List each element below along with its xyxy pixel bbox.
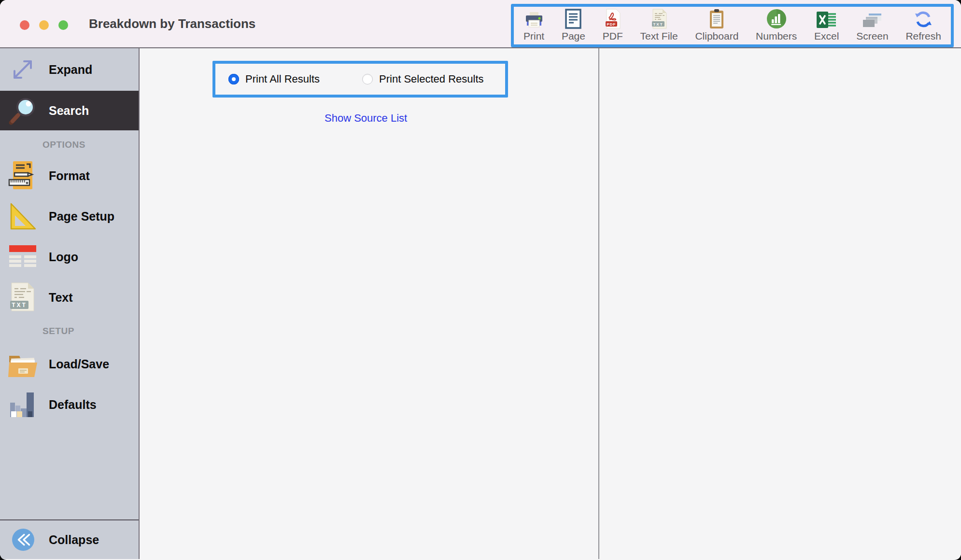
- toolbar-item-label: PDF: [603, 30, 623, 42]
- set-square-icon: [6, 202, 39, 231]
- page-button[interactable]: Page: [562, 7, 585, 44]
- sidebar-item-label: Logo: [49, 250, 78, 264]
- excel-button[interactable]: Excel: [814, 7, 839, 44]
- clipboard-icon: [708, 7, 725, 29]
- format-document-icon: [6, 160, 39, 191]
- minimize-window-button[interactable]: [39, 20, 49, 30]
- zoom-window-button[interactable]: [58, 20, 68, 30]
- toolbar-item-label: Refresh: [905, 30, 941, 42]
- refresh-button[interactable]: Refresh: [905, 7, 941, 44]
- clipboard-button[interactable]: Clipboard: [695, 7, 738, 44]
- page-icon: [565, 7, 582, 29]
- factory-icon: [6, 390, 39, 419]
- sidebar-item-label: Expand: [49, 63, 92, 77]
- sidebar-collapse-bar[interactable]: Collapse: [0, 519, 139, 559]
- txt-badge-text: TXT: [653, 22, 663, 27]
- sidebar-item-text[interactable]: TXT Text: [0, 277, 139, 318]
- radio-unselected-icon[interactable]: [362, 74, 373, 84]
- magnifier-icon: [6, 95, 39, 126]
- sidebar-item-label: Defaults: [49, 398, 97, 412]
- sidebar-item-label: Load/Save: [49, 357, 109, 371]
- sidebar-item-defaults[interactable]: Defaults: [0, 384, 139, 425]
- txt-document-icon: TXT: [6, 282, 39, 313]
- main-content: Print All Results Print Selected Results…: [140, 48, 961, 559]
- screen-windows-icon: [862, 7, 882, 29]
- sidebar-item-logo[interactable]: Logo: [0, 237, 139, 277]
- toolbar-item-label: Screen: [856, 30, 889, 42]
- sidebar-item-label: Format: [49, 169, 90, 183]
- excel-icon: [817, 7, 837, 29]
- sidebar-section-options: OPTIONS: [0, 138, 139, 152]
- pdf-badge-text: PDF: [607, 22, 616, 27]
- radio-print-all-results[interactable]: Print All Results: [228, 73, 320, 85]
- sidebar-item-label: Text: [49, 291, 73, 305]
- traffic-lights: [20, 20, 68, 30]
- sidebar-item-load-save[interactable]: Load/Save: [0, 344, 139, 384]
- collapse-label: Collapse: [49, 533, 99, 547]
- print-scope-radio-group: Print All Results Print Selected Results: [212, 61, 508, 98]
- numbers-button[interactable]: Numbers: [756, 7, 797, 44]
- letterhead-icon: [6, 244, 39, 270]
- window-title: Breakdown by Transactions: [89, 0, 255, 47]
- pdf-file-icon: PDF: [604, 7, 622, 29]
- open-folder-icon: [6, 350, 39, 378]
- sidebar-item-expand[interactable]: Expand: [0, 48, 139, 91]
- txt-file-icon: TXT: [650, 7, 668, 29]
- text-file-button[interactable]: TXT Text File: [640, 7, 678, 44]
- sidebar-item-page-setup[interactable]: Page Setup: [0, 196, 139, 237]
- numbers-chart-icon: [766, 7, 787, 29]
- sidebar: Expand Search OPTIONS: [0, 48, 140, 559]
- toolbar-item-label: Numbers: [756, 30, 797, 42]
- sidebar-item-label: Page Setup: [49, 210, 114, 224]
- sidebar-item-search[interactable]: Search: [0, 91, 139, 130]
- sidebar-section-setup: SETUP: [0, 324, 139, 338]
- toolbar-item-label: Text File: [640, 30, 678, 42]
- sidebar-item-label: Search: [49, 104, 89, 118]
- radio-label: Print Selected Results: [379, 73, 483, 85]
- radio-label: Print All Results: [245, 73, 320, 85]
- screen-button[interactable]: Screen: [856, 7, 889, 44]
- app-window: Breakdown by Transactions Pri: [0, 0, 961, 560]
- app-body: Expand Search OPTIONS: [0, 48, 961, 559]
- pane-divider: [598, 48, 599, 559]
- radio-selected-icon[interactable]: [228, 74, 239, 84]
- txt-doc-badge-text: TXT: [12, 302, 27, 308]
- sidebar-item-format[interactable]: Format: [0, 155, 139, 196]
- printer-icon: [524, 7, 544, 29]
- pdf-button[interactable]: PDF PDF: [603, 7, 623, 44]
- title-bar: Breakdown by Transactions Pri: [0, 0, 961, 48]
- show-source-list-link[interactable]: Show Source List: [325, 112, 407, 125]
- refresh-icon: [913, 7, 933, 29]
- collapse-chevrons-icon: [12, 529, 34, 551]
- expand-arrows-icon: [6, 55, 39, 84]
- print-button[interactable]: Print: [523, 7, 544, 44]
- toolbar-item-label: Excel: [814, 30, 839, 42]
- toolbar-item-label: Page: [562, 30, 585, 42]
- radio-print-selected-results[interactable]: Print Selected Results: [362, 73, 483, 85]
- toolbar-item-label: Clipboard: [695, 30, 738, 42]
- close-window-button[interactable]: [20, 20, 29, 30]
- export-toolbar: Print Page: [511, 4, 954, 47]
- toolbar-item-label: Print: [523, 30, 544, 42]
